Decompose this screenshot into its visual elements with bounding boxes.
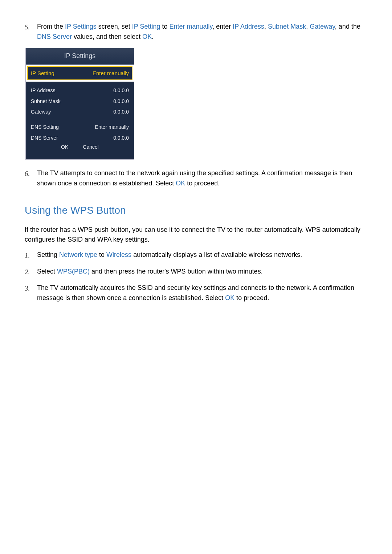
wps-step-1: 1. Setting Network type to Wireless auto… <box>25 250 367 260</box>
row-dns-server[interactable]: DNS Server 0.0.0.0 <box>31 133 129 144</box>
text: From the <box>37 23 65 30</box>
text: to <box>160 23 170 30</box>
row-dns-setting[interactable]: DNS Setting Enter manually <box>31 122 129 133</box>
row-gateway[interactable]: Gateway 0.0.0.0 <box>31 107 129 118</box>
text: Setting <box>37 251 59 258</box>
hl-dns-server: DNS Server <box>37 33 72 40</box>
text: , and the <box>335 23 360 30</box>
panel-title: IP Settings <box>26 48 134 65</box>
value: 0.0.0.0 <box>113 98 129 106</box>
text: Select <box>37 268 57 275</box>
hl-subnet-mask: Subnet Mask <box>268 23 306 30</box>
step-number: 1. <box>25 250 37 260</box>
ip-settings-panel: IP Settings IP Setting Enter manually IP… <box>25 48 134 160</box>
step-body: From the IP Settings screen, set IP Sett… <box>37 22 367 42</box>
value: 0.0.0.0 <box>113 134 129 142</box>
hl-gateway: Gateway <box>310 23 335 30</box>
label: DNS Setting <box>31 123 59 131</box>
hl-ip-address: IP Address <box>233 23 264 30</box>
text: The TV automatically acquires the SSID a… <box>37 284 354 301</box>
text: . <box>152 33 154 40</box>
ip-setting-value: Enter manually <box>93 69 129 77</box>
divider <box>31 118 129 122</box>
step-body: Select WPS(PBC) and then press the route… <box>37 267 367 277</box>
hl-network-type: Network type <box>59 251 97 258</box>
step-number: 3. <box>25 283 37 303</box>
text: screen, set <box>97 23 132 30</box>
step-number: 2. <box>25 267 37 277</box>
row-ip-address[interactable]: IP Address 0.0.0.0 <box>31 85 129 96</box>
step-number: 6. <box>25 168 37 189</box>
panel-actions: OK Cancel <box>31 143 129 153</box>
text: to proceed. <box>185 180 220 187</box>
cancel-button[interactable]: Cancel <box>83 144 99 150</box>
hl-ip-setting: IP Setting <box>132 23 160 30</box>
row-subnet-mask[interactable]: Subnet Mask 0.0.0.0 <box>31 96 129 107</box>
value: Enter manually <box>95 123 129 131</box>
value: 0.0.0.0 <box>113 108 129 116</box>
text: , <box>264 23 268 30</box>
step-number: 5. <box>25 22 37 42</box>
hl-ok: OK <box>176 180 185 187</box>
hl-wps-pbc: WPS(PBC) <box>57 268 90 275</box>
step-body: The TV attempts to connect to the networ… <box>37 168 367 189</box>
text: to <box>97 251 106 258</box>
section-heading-wps: Using the WPS Button <box>25 202 367 218</box>
step-body: Setting Network type to Wireless automat… <box>37 250 367 260</box>
ok-button[interactable]: OK <box>61 144 68 150</box>
hl-ok: OK <box>142 33 152 40</box>
wps-step-3: 3. The TV automatically acquires the SSI… <box>25 283 367 303</box>
ip-setting-label: IP Setting <box>31 69 54 77</box>
label: IP Address <box>31 87 55 95</box>
text: values, and then select <box>72 33 142 40</box>
step-5: 5. From the IP Settings screen, set IP S… <box>25 22 367 42</box>
text: , enter <box>212 23 233 30</box>
value: 0.0.0.0 <box>113 87 129 95</box>
text: automatically displays a list of availab… <box>131 251 302 258</box>
label: DNS Server <box>31 134 58 142</box>
step-body: The TV automatically acquires the SSID a… <box>37 283 367 303</box>
text: and then press the router's WPS button w… <box>90 268 263 275</box>
hl-ok: OK <box>225 294 234 301</box>
wps-step-2: 2. Select WPS(PBC) and then press the ro… <box>25 267 367 277</box>
label: Subnet Mask <box>31 98 61 106</box>
step-6: 6. The TV attempts to connect to the net… <box>25 168 367 189</box>
ip-setting-selected-row[interactable]: IP Setting Enter manually <box>27 66 132 80</box>
text: , <box>306 23 310 30</box>
hl-enter-manually: Enter manually <box>170 23 213 30</box>
panel-body: IP Address 0.0.0.0 Subnet Mask 0.0.0.0 G… <box>26 82 134 159</box>
hl-wireless: Wireless <box>106 251 131 258</box>
wps-intro: If the router has a WPS push button, you… <box>25 225 367 245</box>
label: Gateway <box>31 108 51 116</box>
hl-ip-settings: IP Settings <box>65 23 97 30</box>
text: to proceed. <box>234 294 269 301</box>
